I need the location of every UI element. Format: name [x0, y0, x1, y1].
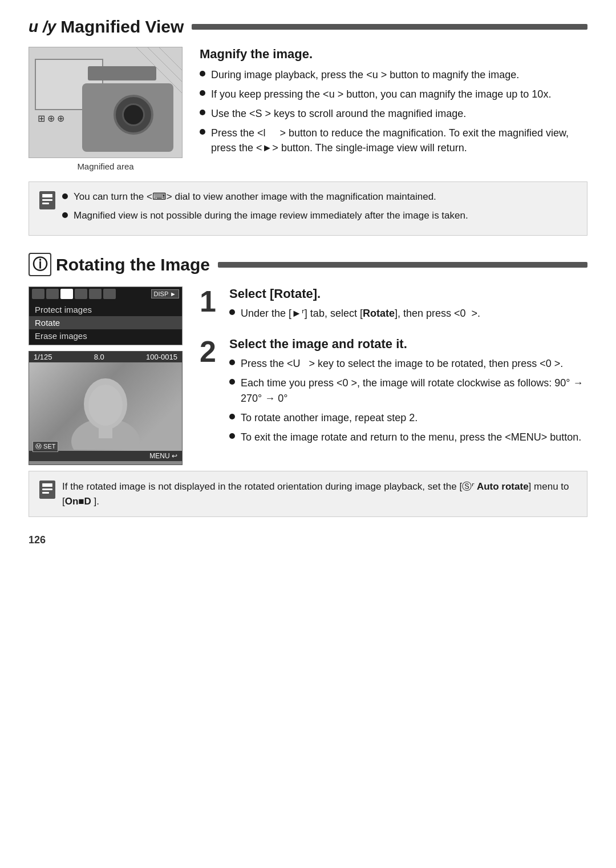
photo-bottombar: MENU ↩ [29, 451, 182, 461]
rotating-title: Rotating the Image [56, 255, 210, 274]
note-icon-bottom [39, 481, 55, 499]
menu-item-erase: Erase images [29, 329, 182, 342]
svg-rect-5 [42, 199, 52, 201]
step-2-number: 2 [200, 337, 221, 366]
bullet-text: Use the <S > keys to scroll around the m… [211, 106, 466, 121]
step-2-content: Select the image and rotate it. Press th… [229, 337, 587, 449]
bullet-dot [200, 71, 205, 76]
photo-badge-set: Ⓜ SET [35, 443, 55, 450]
bullet-dot [62, 212, 68, 218]
step-2-bullet-3: To rotate another image, repeat step 2. [241, 410, 418, 425]
menu-screenshot: DISP ► Protect images Rotate Erase image… [29, 286, 183, 345]
magnify-bullet-list: During image playback, press the <u > bu… [200, 67, 587, 155]
svg-rect-6 [42, 203, 49, 204]
camera-lens-inner [122, 103, 145, 126]
bullet-dot [229, 379, 235, 385]
svg-rect-10 [99, 427, 112, 438]
note-icon [39, 191, 55, 209]
list-item: To rotate another image, repeat step 2. [229, 410, 587, 425]
bullet-text: During image playback, press the <u > bu… [211, 67, 519, 82]
menu-tab-6 [103, 289, 116, 299]
svg-point-9 [88, 385, 123, 426]
photo-content [29, 362, 182, 451]
magnify-subsection-title: Magnify the image. [200, 47, 587, 62]
photo-aperture: 8.0 [94, 353, 104, 361]
step-1-title: Select [Rotate]. [229, 286, 480, 301]
list-item: If you keep pressing the <u > button, yo… [200, 87, 587, 102]
bullet-dot [229, 309, 235, 315]
header-bar-magnified [192, 24, 587, 30]
list-item: Under the [►ʳ] tab, select [Rotate], the… [229, 306, 480, 321]
bullet-dot [229, 360, 235, 365]
header-bar-rotating [218, 262, 587, 268]
menu-tab-4 [75, 289, 87, 299]
photo-corner-badge: Ⓜ SET [33, 441, 58, 452]
magnify-icons: ⊞ ⊕ ⊕ [38, 113, 64, 124]
note-icon-svg-bottom [39, 481, 55, 499]
svg-rect-4 [42, 196, 52, 197]
zoom-in-icon2: ⊕ [57, 113, 64, 124]
list-item: Each time you press <0 >, the image will… [229, 376, 587, 405]
photo-menu-label: MENU ↩ [149, 452, 177, 460]
svg-rect-14 [42, 492, 49, 494]
step-2-bullets: Press the <U > key to select the image t… [229, 356, 587, 444]
svg-rect-12 [42, 485, 52, 487]
bullet-dot [229, 414, 235, 419]
photo-screenshot: 1/125 8.0 100-0015 [29, 351, 183, 465]
page-number: 126 [29, 534, 587, 546]
camera-lens [114, 95, 153, 135]
svg-line-2 [159, 47, 182, 70]
grid-icon: ⊞ [38, 113, 45, 124]
magnified-view-title: Magnified View [60, 17, 184, 37]
bullet-dot [200, 110, 205, 115]
step-1-block: 1 Select [Rotate]. Under the [►ʳ] tab, s… [200, 286, 587, 325]
magnified-content: ⊞ ⊕ ⊕ Magnified area [29, 47, 587, 171]
list-item: Press the <l > button to reduce the magn… [200, 126, 587, 155]
magnified-view-header: u /y Magnified View [29, 17, 587, 37]
list-item: Magnified view is not possible during th… [62, 209, 468, 223]
magnify-label: Magnified area [29, 162, 183, 171]
photo-shutter: 1/125 [34, 353, 52, 361]
bullet-dot [200, 129, 205, 135]
menu-tab-1 [32, 289, 44, 299]
menu-items-list: Protect images Rotate Erase images [29, 301, 182, 345]
rotating-header: ⓘ Rotating the Image [29, 253, 587, 276]
bullet-text: Press the <l > button to reduce the magn… [211, 126, 587, 155]
step-2-bullet-1: Press the <U > key to select the image t… [241, 356, 563, 371]
steps-col: 1 Select [Rotate]. Under the [►ʳ] tab, s… [200, 286, 587, 465]
photo-topbar: 1/125 8.0 100-0015 [29, 352, 182, 362]
bullet-text: If you keep pressing the <u > button, yo… [211, 87, 551, 102]
list-item: Press the <U > key to select the image t… [229, 356, 587, 371]
bullet-dot [200, 90, 205, 96]
corner-decoration [136, 47, 182, 93]
menu-item-rotate: Rotate [29, 316, 182, 329]
note-icon-svg [39, 191, 55, 209]
menu-tab-5 [89, 289, 102, 299]
menu-tab-2 [46, 289, 59, 299]
camera-body [82, 83, 173, 152]
rotating-image-col: DISP ► Protect images Rotate Erase image… [29, 286, 183, 465]
svg-line-1 [148, 47, 182, 82]
camera-illustration: ⊞ ⊕ ⊕ [29, 47, 183, 158]
magnified-view-symbol: u /y [29, 18, 56, 36]
rotating-symbol: ⓘ [29, 253, 51, 276]
list-item: To exit the image rotate and return to t… [229, 430, 587, 445]
step-2-title: Select the image and rotate it. [229, 337, 587, 352]
note-text: Magnified view is not possible during th… [74, 209, 468, 223]
step-1-bullets: Under the [►ʳ] tab, select [Rotate], the… [229, 306, 480, 321]
step-1-content: Select [Rotate]. Under the [►ʳ] tab, sel… [229, 286, 480, 325]
menu-topbar: DISP ► [29, 287, 182, 301]
note-bullet-list: You can turn the <⌨> dial to view anothe… [62, 190, 468, 223]
step-2-bullet-2: Each time you press <0 >, the image will… [241, 376, 587, 405]
rotating-note-text: If the rotated image is not displayed in… [62, 479, 577, 508]
photo-frame-number: 100-0015 [146, 353, 177, 361]
menu-tab-3-active [60, 289, 73, 299]
step-2-block: 2 Select the image and rotate it. Press … [200, 337, 587, 449]
zoom-in-icon: ⊕ [47, 113, 55, 124]
rotating-section: ⓘ Rotating the Image DISP ► Protect imag… [29, 253, 587, 517]
list-item: During image playback, press the <u > bu… [200, 67, 587, 82]
step-2-bullet-4: To exit the image rotate and return to t… [241, 430, 581, 445]
step-1-number: 1 [200, 286, 221, 316]
svg-rect-13 [42, 488, 52, 490]
menu-item-protect: Protect images [29, 303, 182, 316]
